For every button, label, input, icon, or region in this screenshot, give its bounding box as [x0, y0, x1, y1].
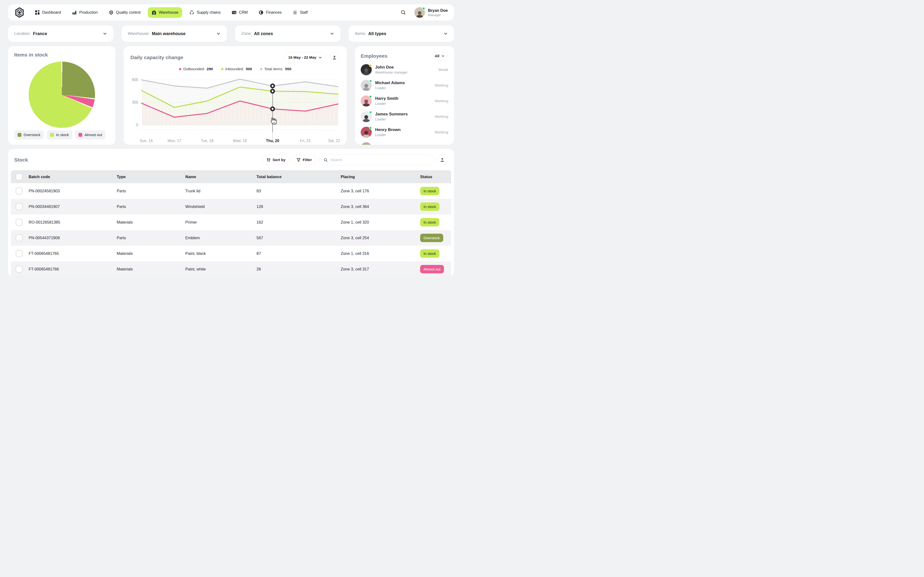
- employee-status-dot: [369, 80, 372, 82]
- legend-dot: [260, 68, 262, 70]
- row-checkbox[interactable]: [16, 250, 23, 257]
- search-icon[interactable]: [401, 10, 406, 15]
- table-row[interactable]: FT-00065481766 Materials Paint, white 26…: [11, 261, 451, 277]
- cell-total-balance: 567: [257, 235, 341, 240]
- legend-label: Overstock: [24, 133, 40, 137]
- filter-warehouse[interactable]: Warehouse: Main warehouse: [121, 26, 227, 42]
- row-checkbox[interactable]: [16, 234, 23, 242]
- employee-status: Working: [435, 114, 448, 119]
- card-title: Daily capacity change: [131, 55, 183, 60]
- cell-placing: Zone 1, cell 320: [341, 220, 420, 224]
- row-checkbox[interactable]: [16, 219, 23, 226]
- list-item[interactable]: Henry Brown Loader Working: [361, 124, 448, 140]
- search-input[interactable]: [330, 158, 429, 162]
- list-item[interactable]: John Doe Warehouse manager Break: [361, 62, 448, 77]
- app-logo[interactable]: [14, 7, 25, 18]
- stock-table: Batch code Type Name Total balance Placi…: [11, 170, 451, 277]
- sort-icon: [267, 158, 271, 162]
- nav-item-staff[interactable]: Staff: [289, 7, 312, 18]
- nav-item-label: Finances: [266, 10, 281, 15]
- date-range-selector[interactable]: 16 May - 22 May: [284, 52, 326, 63]
- row-checkbox[interactable]: [16, 266, 23, 272]
- column-header: Name: [185, 174, 257, 179]
- nav-item-supply-chains[interactable]: Supply chains: [186, 7, 225, 18]
- employees-filter-value: All: [435, 54, 439, 58]
- row-checkbox[interactable]: [16, 187, 23, 195]
- cell-placing: Zone 3, cell 364: [341, 205, 420, 209]
- filter-items[interactable]: Items: All types: [349, 26, 454, 42]
- user-menu[interactable]: Bryan Doe Manager: [414, 7, 448, 18]
- nav-item-dashboard[interactable]: Dashboard: [31, 7, 65, 18]
- table-row[interactable]: PN-00024581903 Parts Trunk lid 83 Zone 3…: [11, 183, 451, 199]
- cell-type: Materials: [117, 267, 185, 271]
- daily-capacity-line-chart[interactable]: 6003000Sun, 16Mon, 17Tue, 18Wed, 19Thu, …: [131, 72, 340, 145]
- employee-name: Michael Adams: [375, 81, 405, 85]
- employee-role: Loader: [375, 102, 398, 106]
- legend-value: 500: [246, 67, 252, 71]
- items-in-stock-pie-chart[interactable]: [29, 61, 95, 128]
- cell-type: Parts: [117, 189, 185, 193]
- cell-type: Materials: [117, 251, 185, 256]
- nav-item-quality-control[interactable]: Quality control: [105, 7, 144, 18]
- status-badge: Overstock: [420, 234, 443, 242]
- filter-button[interactable]: Filter: [292, 155, 316, 165]
- nav-item-label: Staff: [300, 10, 308, 15]
- filter-zone[interactable]: Zone: All zones: [235, 26, 341, 42]
- stock-toolbar: Stock Sort by Filter: [8, 154, 454, 165]
- chevron-down-icon: [103, 32, 107, 36]
- card-title: Employees: [361, 53, 388, 59]
- employees-list: John Doe Warehouse manager Break Michael…: [361, 62, 448, 145]
- filter-location[interactable]: Location: France: [8, 26, 113, 42]
- table-row[interactable]: PN-00544371908 Parts Emblem 567 Zone 3, …: [11, 230, 451, 246]
- employee-role: Warehouse manager: [375, 71, 408, 74]
- export-button[interactable]: [329, 52, 340, 63]
- select-all-checkbox[interactable]: [16, 173, 23, 180]
- svg-text:Sun, 16: Sun, 16: [140, 139, 153, 143]
- sort-by-button[interactable]: Sort by: [262, 155, 289, 165]
- svg-text:Mon, 17: Mon, 17: [168, 139, 181, 143]
- status-badge: In stock: [420, 202, 439, 211]
- svg-text:600: 600: [132, 77, 138, 82]
- list-item[interactable]: Michael Adams Loader Working: [361, 77, 448, 93]
- cell-type: Parts: [117, 235, 185, 240]
- list-item-partial: [361, 140, 448, 145]
- nav-item-label: CRM: [239, 10, 247, 15]
- filter-label: Zone:: [241, 31, 252, 36]
- column-header: Batch code: [29, 174, 117, 179]
- svg-text:0: 0: [136, 123, 138, 127]
- table-row[interactable]: PN-00034481907 Parts Windshield 126 Zone…: [11, 199, 451, 214]
- legend-item-overstock[interactable]: Overstock: [14, 130, 44, 139]
- legend-label: In stock: [56, 133, 69, 137]
- avatar: [361, 111, 372, 122]
- legend-value: 550: [285, 67, 291, 71]
- export-table-button[interactable]: [437, 154, 448, 165]
- employee-name: Harry Smith: [375, 96, 398, 101]
- svg-text:Fri, 21: Fri, 21: [300, 139, 311, 143]
- daily-capacity-card: Daily capacity change 16 May - 22 May Ou…: [124, 46, 347, 145]
- cell-batch-code: PN-00544371908: [29, 235, 117, 240]
- row-checkbox[interactable]: [16, 203, 23, 210]
- table-row[interactable]: FT-00065481765 Materials Paint, black 87…: [11, 246, 451, 261]
- page: Dashboard Production Quality control War…: [0, 4, 462, 288]
- list-item[interactable]: James Summers Loader Working: [361, 109, 448, 124]
- legend-item-in-stock[interactable]: In stock: [47, 130, 72, 139]
- main-menu: Dashboard Production Quality control War…: [31, 7, 312, 18]
- legend-total-items: Total items: 550: [260, 67, 291, 71]
- nav-item-finances[interactable]: Finances: [255, 7, 285, 18]
- nav-item-warehouse[interactable]: Warehouse: [148, 7, 182, 18]
- employee-status: Working: [435, 83, 448, 87]
- legend-value: 290: [207, 67, 213, 71]
- legend-swatch: [18, 133, 21, 137]
- topbar-right: Bryan Doe Manager: [401, 7, 448, 18]
- nav-item-crm[interactable]: CRM: [228, 7, 252, 18]
- list-item[interactable]: Harry Smith Loader Working: [361, 93, 448, 109]
- legend-item-almost-out[interactable]: Almost out: [75, 130, 105, 139]
- nav-item-production[interactable]: Production: [68, 7, 102, 18]
- employees-filter-dropdown[interactable]: All: [431, 52, 448, 60]
- table-row[interactable]: RO-00126581385 Materials Primer 162 Zone…: [11, 214, 451, 230]
- cell-batch-code: FT-00065481765: [29, 251, 117, 256]
- avatar: [361, 127, 372, 138]
- table-body: PN-00024581903 Parts Trunk lid 83 Zone 3…: [11, 183, 451, 277]
- employee-status: Break: [439, 68, 449, 72]
- date-range-value: 16 May - 22 May: [288, 55, 317, 60]
